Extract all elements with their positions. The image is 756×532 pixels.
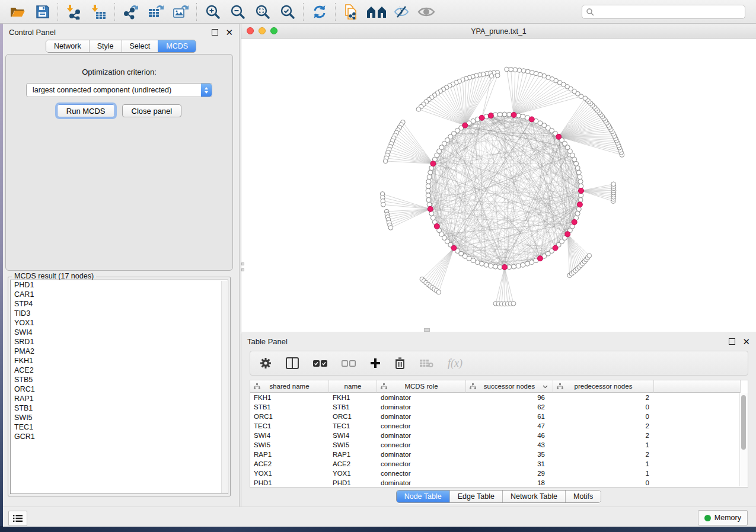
mcds-list-item[interactable]: ACE2	[11, 366, 228, 375]
first-neighbors-button[interactable]	[364, 1, 389, 23]
mcds-list-item[interactable]: GCR1	[11, 432, 228, 441]
column-header-successor-nodes[interactable]: successor nodes	[466, 380, 553, 393]
tab-edge-table[interactable]: Edge Table	[449, 491, 502, 502]
splitter-handle[interactable]	[424, 328, 430, 332]
column-header-predecessor-nodes[interactable]: predecessor nodes	[553, 380, 654, 393]
splitter-handle[interactable]	[241, 262, 244, 265]
mcds-list-item[interactable]: SRD1	[11, 337, 228, 347]
split-columns-icon	[286, 357, 299, 369]
mcds-list-item[interactable]: STP4	[11, 299, 228, 309]
mcds-list-item[interactable]: STB5	[11, 375, 228, 384]
close-panel-icon[interactable]: ✕	[742, 339, 750, 344]
import-table-button[interactable]	[87, 1, 111, 23]
node-table: shared namenameMCDS rolesuccessor nodesp…	[250, 380, 748, 488]
tab-style[interactable]: Style	[89, 40, 122, 52]
table-row[interactable]: SWI4SWI4dominator462	[250, 431, 748, 440]
gear-icon	[260, 357, 272, 369]
splitter-handle[interactable]	[241, 268, 244, 271]
mcds-result-list[interactable]: PHD1CAR1STP4TID3YOX1SWI4SRD1PMA2FKH1ACE2…	[10, 280, 228, 494]
open-session-button[interactable]	[5, 1, 30, 23]
mcds-list-item[interactable]: PHD1	[11, 280, 228, 290]
select-all-button[interactable]	[313, 360, 327, 367]
hide-selected-button[interactable]	[389, 1, 414, 23]
table-scrollbar[interactable]	[739, 393, 748, 486]
minimize-window-icon[interactable]	[259, 27, 266, 34]
table-cell	[654, 450, 741, 459]
task-history-button[interactable]	[8, 511, 27, 526]
table-row[interactable]: STB1STB1dominator620	[250, 402, 748, 412]
table-row[interactable]: SWI5SWI5connector431	[250, 440, 748, 450]
export-table-button[interactable]	[143, 1, 168, 23]
tab-network-table[interactable]: Network Table	[502, 491, 565, 502]
mcds-list-item[interactable]: YOX1	[11, 318, 228, 328]
maximize-window-icon[interactable]	[270, 27, 277, 34]
close-panel-button[interactable]: Close panel	[122, 104, 182, 117]
mcds-list-item[interactable]: SWI4	[11, 328, 228, 337]
table-row[interactable]: ACE2ACE2connector311	[250, 459, 748, 469]
export-network-button[interactable]	[119, 1, 143, 23]
column-header-name[interactable]: name	[329, 380, 377, 393]
run-mcds-button[interactable]: Run MCDS	[57, 104, 115, 117]
tab-motifs[interactable]: Motifs	[565, 491, 601, 502]
zoom-fit-button[interactable]	[250, 1, 275, 23]
delete-column-button[interactable]	[395, 357, 405, 369]
network-canvas[interactable]	[241, 39, 756, 332]
network-graph[interactable]	[241, 39, 756, 332]
split-columns-button[interactable]	[286, 357, 299, 369]
table-row[interactable]: TEC1TEC1connector472	[250, 421, 748, 431]
toolbar-separator	[196, 3, 197, 21]
table-cell: SWI5	[329, 440, 377, 450]
delete-table-button[interactable]	[419, 358, 433, 368]
zoom-in-button[interactable]	[200, 1, 225, 23]
search-input[interactable]	[594, 6, 745, 18]
save-session-button[interactable]	[30, 1, 55, 23]
mcds-list-item[interactable]: TEC1	[11, 422, 228, 432]
table-row[interactable]: ORC1ORC1dominator610	[250, 412, 748, 421]
gear-button[interactable]	[260, 357, 272, 369]
float-panel-icon[interactable]	[729, 338, 735, 345]
export-image-button[interactable]	[168, 1, 193, 23]
show-all-button[interactable]	[414, 1, 439, 23]
tab-select[interactable]: Select	[122, 40, 158, 52]
table-cell: 1	[553, 440, 654, 450]
export-network-icon	[123, 4, 139, 20]
column-header-shared-name[interactable]: shared name	[250, 380, 329, 393]
zoom-in-icon	[205, 4, 221, 20]
table-cell: 35	[466, 450, 553, 459]
table-row[interactable]: PHD1PHD1dominator180	[250, 478, 748, 488]
table-row[interactable]: FKH1FKH1dominator962	[250, 393, 748, 402]
mcds-list-item[interactable]: SWI5	[11, 413, 228, 422]
table-cell	[654, 412, 741, 421]
mcds-list-item[interactable]: STB1	[11, 403, 228, 413]
add-column-button[interactable]	[370, 358, 381, 368]
mcds-list-item[interactable]: TID3	[11, 309, 228, 318]
table-row[interactable]: YOX1YOX1connector291	[250, 469, 748, 478]
mcds-list-item[interactable]: ORC1	[11, 384, 228, 394]
function-builder-button[interactable]: f(x)	[448, 357, 462, 370]
mcds-list-item[interactable]: CAR1	[11, 290, 228, 299]
tab-mcds[interactable]: MCDS	[158, 40, 196, 52]
import-network-button[interactable]	[62, 1, 87, 23]
zoom-out-button[interactable]	[225, 1, 250, 23]
search-field[interactable]	[582, 5, 745, 19]
table-row[interactable]: RAP1RAP1dominator352	[250, 450, 748, 459]
float-panel-icon[interactable]	[212, 29, 218, 36]
zoom-selected-button[interactable]	[275, 1, 300, 23]
table-panel: Table Panel ✕	[241, 334, 756, 507]
refresh-layout-button[interactable]	[307, 1, 332, 23]
memory-button[interactable]: Memory	[698, 510, 748, 525]
tab-node-table[interactable]: Node Table	[397, 491, 449, 502]
table-scrollbar-thumb[interactable]	[741, 395, 746, 450]
mcds-list-scrollbar[interactable]	[221, 281, 227, 493]
deselect-all-button[interactable]	[342, 360, 356, 367]
tab-network[interactable]: Network	[46, 40, 89, 52]
optimization-dropdown[interactable]: largest connected component (undirected)	[26, 83, 212, 97]
column-header-MCDS-role[interactable]: MCDS role	[377, 380, 466, 393]
close-panel-icon[interactable]: ✕	[225, 30, 233, 35]
search-icon	[586, 8, 594, 16]
mcds-list-item[interactable]: PMA2	[11, 347, 228, 356]
mcds-list-item[interactable]: FKH1	[11, 356, 228, 366]
close-window-icon[interactable]	[247, 27, 254, 34]
mcds-list-item[interactable]: RAP1	[11, 394, 228, 403]
clone-network-button[interactable]	[339, 1, 364, 23]
